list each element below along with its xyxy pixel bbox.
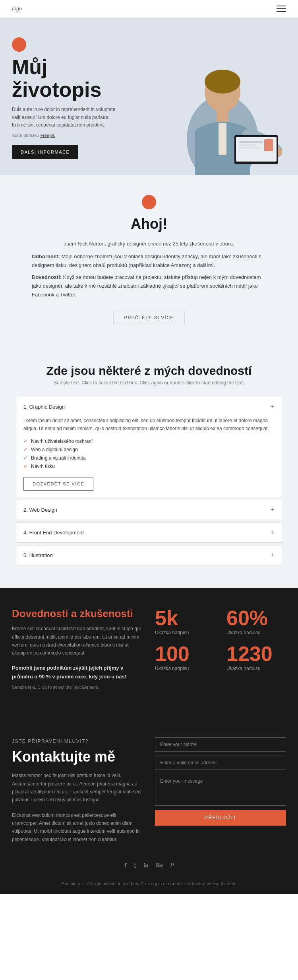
check-icon-4: ✓ (23, 463, 28, 469)
accordion-label-2: 2. Web Design (23, 507, 57, 513)
svg-rect-4 (217, 111, 228, 122)
hero-description: Duis aute irure dolor in reprehenderit i… (12, 106, 123, 129)
about-skills: Dovednosti: Když se mnou budete pracovat… (32, 273, 266, 299)
check-icon-1: ✓ (23, 438, 28, 444)
email-input[interactable] (155, 756, 286, 770)
about-expertise: Odbornost: Moje odborné znalosti jsou v … (32, 252, 266, 270)
stat-num-3: 100 (155, 643, 215, 664)
contact-tag: JSTE PŘIPRAVENI MLUVIT? (12, 737, 143, 745)
pinterest-icon[interactable]: 𝑃 (170, 862, 174, 869)
about-intro: Jsem Nick Norton, grafický designér s ví… (32, 240, 266, 248)
hero-dot (12, 37, 26, 52)
svg-rect-9 (239, 141, 263, 143)
about-section: Ahoj! Jsem Nick Norton, grafický designé… (0, 175, 298, 344)
accordion-label-1: 1. Graphic Design (23, 404, 65, 410)
accordion-item-2: 2. Web Design + (16, 500, 282, 520)
hero-cta-button[interactable]: DALŠÍ INFORMACE (12, 145, 78, 159)
accordion-toggle-3: + (271, 528, 275, 537)
skill-check-3: ✓ Brading a vizuální identita (23, 455, 275, 461)
svg-rect-10 (239, 144, 255, 146)
instagram-icon[interactable]: 𝐢𝐧 (143, 862, 149, 869)
hero-image (159, 60, 286, 175)
stat-label-1: Ukázka nadpisu (155, 630, 215, 635)
submit-button[interactable]: PŘEDLOŽIT (155, 810, 286, 826)
svg-point-3 (205, 70, 240, 94)
message-input[interactable] (155, 774, 286, 806)
check-icon-2: ✓ (23, 446, 28, 452)
logo: logo (12, 6, 22, 12)
stat-block-4: 1230 Ukázka nadpisu (226, 643, 286, 671)
stat-block-3: 100 Ukázka nadpisu (155, 643, 215, 671)
stat-label-3: Ukázka nadpisu (155, 666, 215, 671)
skills-title: Zde jsou některé z mých dovedností (16, 364, 282, 378)
contact-right: PŘEDLOŽIT (155, 737, 286, 844)
footer: Sample text. Click to select the text bo… (0, 877, 298, 894)
stat-num-4: 1230 (226, 643, 286, 664)
header: logo (0, 0, 298, 18)
accordion-label-3: 4. Front End Development (23, 530, 84, 536)
contact-body-1: Massa tempor nec feugiat nisl pretium fu… (12, 772, 143, 804)
accordion-item-4: 5. Illustration + (16, 545, 282, 565)
hero-section: Můj životopis Duis aute irure dolor in r… (0, 18, 298, 175)
twitter-icon[interactable]: 𝕥 (134, 862, 136, 869)
stats-section: Dovednosti a zkušenosti Kromě sint occae… (0, 588, 298, 717)
stat-block-2: 60% Ukázka nadpisu (226, 608, 286, 635)
accordion-label-4: 5. Illustration (23, 552, 53, 558)
hero-title: Můj životopis (12, 56, 159, 101)
name-input[interactable] (155, 737, 286, 752)
contact-title: Kontaktujte mě (12, 748, 143, 765)
about-greeting: Ahoj! (32, 216, 266, 232)
accordion-desc-1: Lorem ipsum dolor sit amet, consectetur … (23, 417, 275, 433)
stats-desc: Kromě sint occaecat cupidatat non proide… (12, 625, 143, 657)
accordion-toggle-1: + (271, 403, 275, 411)
hero-credit: Autor obrázku Freepik (12, 133, 159, 138)
skills-section: Zde jsou některé z mých dovedností Sampl… (0, 344, 298, 588)
skill-check-1: ✓ Návrh uživatelského rozhraní (23, 438, 275, 444)
accordion-body-1: Lorem ipsum dolor sit amet, consectetur … (16, 417, 282, 497)
stats-title: Dovednosti a zkušenosti (12, 608, 143, 620)
stats-sample-text: Sample text. Click to select the Text El… (12, 684, 143, 691)
read-more-button[interactable]: PŘEČTĚTE SI VÍCE (114, 311, 185, 324)
facebook-icon[interactable]: 𝐟 (124, 862, 126, 869)
skill-check-4: ✓ Návrh tisku (23, 463, 275, 469)
stat-num-1: 5k (155, 608, 215, 628)
accordion-header-4[interactable]: 5. Illustration + (16, 546, 282, 565)
stats-left: Dovednosti a zkušenosti Kromě sint occae… (12, 608, 143, 697)
svg-rect-1 (219, 123, 226, 155)
accordion-item-1: 1. Graphic Design + Lorem ipsum dolor si… (16, 397, 282, 498)
contact-left: JSTE PŘIPRAVENI MLUVIT? Kontaktujte mě M… (12, 737, 143, 844)
check-icon-3: ✓ (23, 455, 28, 461)
svg-rect-11 (239, 147, 259, 148)
accordion-toggle-2: + (271, 506, 275, 514)
about-dot (142, 195, 156, 209)
hamburger-menu[interactable] (277, 6, 286, 12)
learn-more-button-1[interactable]: DOZVĚDĚT SE VÍCE (23, 477, 93, 491)
contact-body-2: Dictumst vestibulum rhoncus est pellente… (12, 811, 143, 844)
accordion-header-1[interactable]: 1. Graphic Design + (16, 397, 282, 417)
skills-subtitle: Sample text. Click to select the text bo… (16, 380, 282, 386)
contact-section: JSTE PŘIPRAVENI MLUVIT? Kontaktujte mě M… (0, 717, 298, 856)
stats-help-title: Pomohli jsme podnikům zvýšit jejich příj… (12, 664, 143, 681)
stat-num-2: 60% (226, 608, 286, 628)
accordion-toggle-4: + (271, 551, 275, 559)
skill-check-2: ✓ Web a digitální design (23, 446, 275, 452)
stat-block-1: 5k Ukázka nadpisu (155, 608, 215, 635)
stat-label-4: Ukázka nadpisu (226, 666, 286, 671)
svg-rect-12 (264, 139, 273, 151)
accordion-header-3[interactable]: 4. Front End Development + (16, 523, 282, 542)
social-bar: 𝐟 𝕥 𝐢𝐧 𝐁𝐞 𝑃 (0, 855, 298, 877)
stats-right: 5k Ukázka nadpisu 60% Ukázka nadpisu 100… (155, 608, 286, 671)
footer-sample-text: Sample text. Click to select the text bo… (62, 881, 236, 886)
stat-label-2: Ukázka nadpisu (226, 630, 286, 635)
accordion-header-2[interactable]: 2. Web Design + (16, 500, 282, 520)
hero-credit-link[interactable]: Freepik (41, 133, 55, 138)
accordion-item-3: 4. Front End Development + (16, 522, 282, 543)
behance-icon[interactable]: 𝐁𝐞 (156, 862, 163, 869)
